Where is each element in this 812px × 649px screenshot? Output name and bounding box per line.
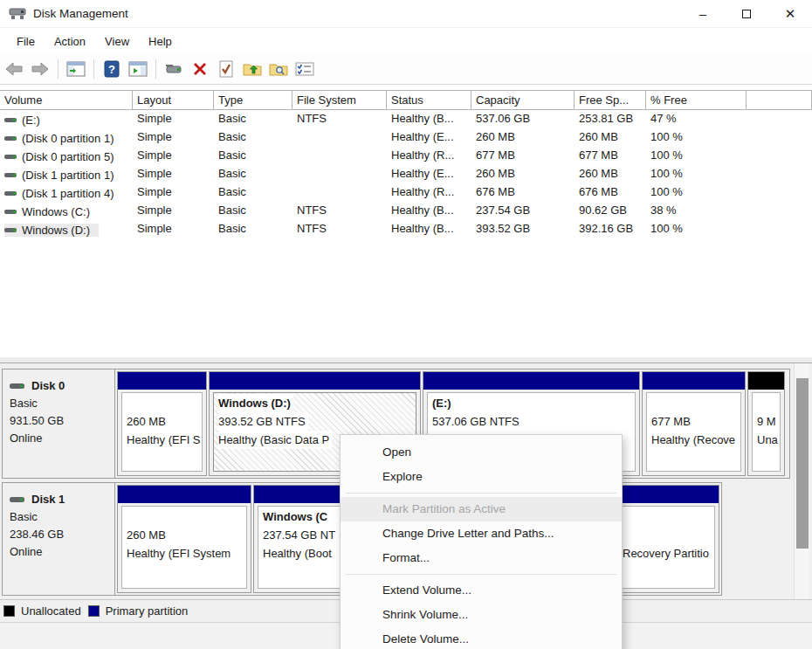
- partition-size: 537.06 GB NTFS: [432, 412, 633, 431]
- partition-title: [127, 507, 244, 526]
- column-header-pct-free[interactable]: % Free: [646, 90, 747, 110]
- primary-partition-swatch: [88, 605, 100, 617]
- vertical-scrollbar[interactable]: [794, 363, 809, 601]
- menu-item-format[interactable]: Format...: [341, 546, 622, 570]
- volume-fs: [292, 183, 387, 202]
- folder-search-button[interactable]: [268, 59, 289, 79]
- partition-disk0-recovery[interactable]: 677 MB Healthy (Recove: [642, 371, 746, 476]
- volume-capacity: 260 MB: [471, 128, 575, 147]
- column-header-volume[interactable]: Volume: [0, 90, 133, 110]
- action-pane-icon: [128, 61, 148, 77]
- menu-file[interactable]: File: [7, 31, 45, 52]
- menu-item-delete-volume[interactable]: Delete Volume...: [341, 627, 622, 649]
- column-header-capacity[interactable]: Capacity: [471, 90, 575, 110]
- table-row[interactable]: (Disk 1 partition 4) Simple Basic Health…: [0, 183, 812, 202]
- maximize-button[interactable]: [725, 0, 768, 28]
- pane-splitter[interactable]: [0, 356, 812, 363]
- delete-icon: [191, 60, 209, 78]
- disk-icon: [10, 382, 25, 390]
- volume-fs: [292, 147, 387, 165]
- volume-name: (Disk 0 partition 5): [22, 150, 114, 163]
- volume-pct-free: 100 %: [646, 220, 747, 238]
- minimize-button[interactable]: –: [681, 0, 725, 28]
- disk-management-window: Disk Management – ✕ File Action View Hel…: [0, 0, 812, 649]
- help-button[interactable]: ?: [101, 59, 122, 79]
- partition-disk0-efi[interactable]: 260 MB Healthy (EFI S: [117, 371, 207, 476]
- volume-status: Healthy (B...: [387, 110, 471, 128]
- volume-name: (E:): [22, 114, 40, 127]
- menu-item-extend-volume[interactable]: Extend Volume...: [341, 578, 622, 603]
- volume-status: Healthy (R...: [387, 147, 471, 165]
- menu-view[interactable]: View: [95, 31, 139, 52]
- volume-free: 677 MB: [575, 147, 646, 165]
- table-row[interactable]: Windows (C:) Simple Basic NTFS Healthy (…: [0, 202, 812, 220]
- volume-pct-free: 100 %: [646, 147, 747, 165]
- back-button[interactable]: [3, 59, 24, 79]
- partition-disk1-efi[interactable]: 260 MB Healthy (EFI System: [117, 485, 251, 593]
- volume-status: Healthy (B...: [387, 202, 471, 220]
- disk-0-label[interactable]: Disk 0 Basic 931.50 GB Online: [3, 369, 115, 478]
- scrollbar-thumb[interactable]: [796, 378, 809, 549]
- partition-status: Healthy (EFI System: [127, 544, 244, 563]
- menu-item-open[interactable]: Open: [341, 440, 622, 465]
- volume-capacity: 393.52 GB: [471, 220, 575, 238]
- forward-button[interactable]: [30, 59, 51, 79]
- partition-title: (E:): [432, 394, 633, 412]
- column-header-file-system[interactable]: File System: [292, 90, 387, 110]
- forward-icon: [31, 62, 49, 76]
- volume-layout: Simple: [133, 165, 214, 183]
- partition-title: Windows (D:): [218, 394, 293, 412]
- column-header-type[interactable]: Type: [214, 90, 292, 110]
- disk-device-button[interactable]: [163, 59, 184, 79]
- action-pane-button[interactable]: [127, 59, 148, 79]
- menu-help[interactable]: Help: [139, 31, 182, 52]
- volume-pct-free: 100 %: [646, 128, 747, 147]
- folder-up-icon: [243, 61, 262, 77]
- column-header-free-space[interactable]: Free Sp...: [575, 90, 646, 110]
- delete-button[interactable]: [189, 59, 210, 79]
- volume-fs: [292, 165, 387, 183]
- table-row[interactable]: (Disk 0 partition 1) Simple Basic Health…: [0, 128, 812, 147]
- checklist-button[interactable]: [294, 59, 315, 79]
- partition-size: 393.52 GB NTFS: [218, 412, 308, 431]
- volume-name: (Disk 1 partition 1): [22, 169, 114, 182]
- console-tree-icon: [66, 61, 86, 77]
- menu-item-explore[interactable]: Explore: [341, 465, 622, 489]
- volume-icon: [4, 135, 17, 142]
- console-tree-button[interactable]: [65, 59, 86, 79]
- menu-item-shrink-volume[interactable]: Shrink Volume...: [341, 603, 622, 627]
- table-row[interactable]: (E:) Simple Basic NTFS Healthy (B... 537…: [0, 110, 812, 128]
- check-document-button[interactable]: [216, 59, 237, 79]
- volume-status: Healthy (R...: [387, 183, 471, 202]
- table-row[interactable]: (Disk 1 partition 1) Simple Basic Health…: [0, 165, 812, 183]
- close-button[interactable]: ✕: [768, 0, 812, 28]
- disk-icon: [10, 495, 25, 504]
- legend-primary-partition: Primary partition: [88, 604, 189, 618]
- column-header-layout[interactable]: Layout: [133, 90, 214, 110]
- toolbar: ?: [0, 54, 812, 85]
- partition-title: [651, 394, 739, 412]
- menu-item-change-drive-letter[interactable]: Change Drive Letter and Paths...: [341, 521, 622, 546]
- volume-capacity: 676 MB: [471, 183, 575, 202]
- legend-unallocated-label: Unallocated: [21, 604, 81, 618]
- menu-action[interactable]: Action: [45, 31, 95, 52]
- table-row-selected[interactable]: Windows (D:) Simple Basic NTFS Healthy (…: [0, 220, 812, 238]
- volume-icon: [4, 171, 17, 179]
- column-header-status[interactable]: Status: [387, 90, 471, 110]
- disk-management-app-icon: [9, 7, 26, 21]
- volume-table-header: Volume Layout Type File System Status Ca…: [0, 90, 812, 110]
- volume-name: (Disk 1 partition 4): [22, 187, 114, 200]
- disk-1-label[interactable]: Disk 1 Basic 238.46 GB Online: [3, 483, 115, 595]
- close-icon: ✕: [785, 6, 796, 22]
- table-row[interactable]: (Disk 0 partition 5) Simple Basic Health…: [0, 147, 812, 165]
- toolbar-separator: [93, 59, 94, 79]
- folder-up-button[interactable]: [242, 59, 263, 79]
- partition-status: Healthy (EFI S: [127, 431, 200, 449]
- primary-partition-stripe: [643, 372, 745, 390]
- volume-pct-free: 38 %: [646, 202, 747, 220]
- partition-disk0-unallocated[interactable]: 9 M Una: [747, 371, 785, 476]
- volume-free: 676 MB: [575, 183, 646, 202]
- volume-icon: [4, 190, 17, 197]
- partition-size: 260 MB: [127, 526, 244, 544]
- checklist-icon: [295, 61, 314, 77]
